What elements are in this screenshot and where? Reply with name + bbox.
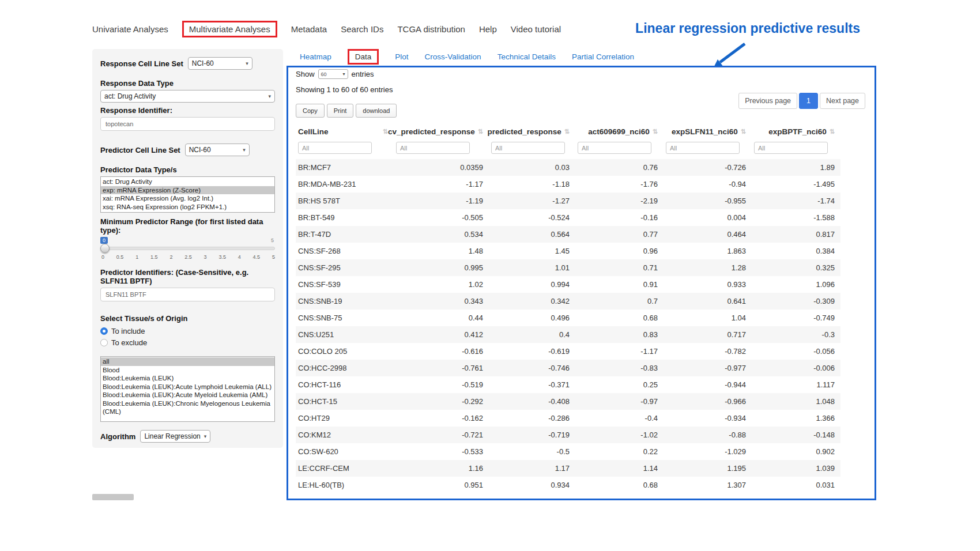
listbox-option[interactable]: Blood:Leukemia (LEUK):Chronic Myelogenou… bbox=[101, 399, 274, 416]
filter-input-expbptf-nci60[interactable] bbox=[754, 142, 828, 154]
entries-count-select[interactable]: 60 ▾ bbox=[318, 69, 348, 79]
filter-input-expslfn11-nci60[interactable] bbox=[666, 142, 740, 154]
filter-input-act609699-nci60[interactable] bbox=[578, 142, 651, 154]
table-row: LE:HL-60(TB)0.9510.9340.681.3070.031 bbox=[296, 477, 840, 493]
column-header-cv-predicted-response[interactable]: cv_predicted_response⇅ bbox=[394, 122, 489, 141]
radio-to-exclude[interactable]: To exclude bbox=[100, 337, 275, 348]
page-1-button[interactable]: 1 bbox=[799, 93, 818, 109]
tab-cross-validation[interactable]: Cross-Validation bbox=[425, 52, 481, 61]
value-cell: 0.68 bbox=[575, 477, 664, 493]
table-row: BR:T-47D0.5340.5640.770.4640.817 bbox=[296, 226, 840, 243]
sort-icon[interactable]: ⇅ bbox=[653, 128, 658, 135]
column-header-expbptf-nci60[interactable]: expBPTF_nci60⇅ bbox=[752, 122, 840, 141]
value-cell: -0.719 bbox=[489, 427, 575, 443]
predictor-cell-line-set-select[interactable]: NCI-60 ▾ bbox=[185, 144, 250, 156]
response-cell-line-set-select[interactable]: NCI-60 ▾ bbox=[188, 57, 252, 70]
value-cell: 0.77 bbox=[575, 226, 664, 243]
value-cell: 0.76 bbox=[575, 159, 664, 176]
slider-tick-label: 1 bbox=[135, 254, 138, 260]
previous-page-button[interactable]: Previous page bbox=[738, 93, 797, 109]
listbox-option[interactable]: xai: mRNA Expression (Avg. log2 Int.) bbox=[101, 194, 274, 203]
min-predictor-range-slider[interactable]: 0 5 00.511.522.533.544.55 bbox=[100, 237, 275, 263]
sort-icon[interactable]: ⇅ bbox=[383, 128, 388, 135]
value-cell: -1.74 bbox=[752, 193, 840, 209]
predictor-identifiers-input[interactable] bbox=[100, 288, 275, 301]
nav-item-metadata[interactable]: Metadata bbox=[291, 24, 327, 34]
value-cell: -0.3 bbox=[752, 326, 840, 343]
radio-to-include[interactable]: To include bbox=[100, 325, 275, 337]
response-cell-line-set-row: Response Cell Line Set NCI-60 ▾ bbox=[100, 57, 275, 70]
column-header-label: CellLine bbox=[298, 127, 329, 136]
nav-item-search-ids[interactable]: Search IDs bbox=[341, 24, 383, 34]
predictor-data-type-listbox[interactable]: act: Drug Activityexp: mRNA Expression (… bbox=[100, 176, 275, 213]
sort-icon[interactable]: ⇅ bbox=[478, 128, 483, 135]
listbox-option[interactable]: act: Drug Activity bbox=[101, 178, 274, 186]
value-cell: 0.83 bbox=[575, 326, 664, 343]
table-head: CellLine⇅cv_predicted_response⇅predicted… bbox=[296, 122, 840, 159]
algorithm-select[interactable]: Linear Regression ▾ bbox=[140, 430, 210, 443]
table-row: CO:HT29-0.162-0.286-0.4-0.9341.366 bbox=[296, 410, 840, 427]
slider-track[interactable] bbox=[100, 247, 275, 250]
radio-to-exclude-label: To exclude bbox=[111, 338, 147, 347]
response-data-type-select[interactable]: act: Drug Activity ▾ bbox=[100, 90, 275, 103]
response-identifier-input[interactable] bbox=[100, 117, 275, 131]
value-cell: 1.16 bbox=[394, 460, 489, 477]
slider-handle[interactable] bbox=[100, 244, 110, 253]
listbox-option[interactable]: Blood:Leukemia (LEUK) bbox=[101, 374, 274, 383]
table-row: CNS:SF-5391.020.9940.910.9331.096 bbox=[296, 276, 840, 293]
tab-partial-correlation[interactable]: Partial Correlation bbox=[572, 52, 634, 61]
slider-tick-label: 3 bbox=[204, 254, 207, 260]
column-header-act609699-nci60[interactable]: act609699_nci60⇅ bbox=[575, 122, 664, 141]
sort-icon[interactable]: ⇅ bbox=[741, 128, 746, 135]
copy-button[interactable]: Copy bbox=[296, 104, 325, 118]
sidebar: Response Cell Line Set NCI-60 ▾ Response… bbox=[92, 49, 283, 448]
value-cell: -1.19 bbox=[394, 193, 489, 209]
value-cell: 0.22 bbox=[575, 443, 664, 460]
sort-icon[interactable]: ⇅ bbox=[564, 128, 570, 135]
slider-tick-label: 4.5 bbox=[253, 254, 261, 260]
table-row: BR:MDA-MB-231-1.17-1.18-1.76-0.94-1.495 bbox=[296, 176, 840, 193]
tab-data[interactable]: Data bbox=[348, 49, 379, 65]
value-cell: 0.933 bbox=[664, 276, 752, 293]
sort-icon[interactable]: ⇅ bbox=[830, 128, 835, 135]
chevron-down-icon: ▾ bbox=[268, 93, 271, 99]
nav-item-video-tutorial[interactable]: Video tutorial bbox=[511, 24, 561, 34]
value-cell: 1.039 bbox=[752, 460, 840, 477]
next-page-button[interactable]: Next page bbox=[820, 93, 865, 109]
filter-input-cv-predicted-response[interactable] bbox=[396, 142, 470, 154]
value-cell: -0.148 bbox=[752, 427, 840, 443]
listbox-option[interactable]: all bbox=[101, 357, 274, 366]
nav-item-tcga-distribution[interactable]: TCGA distribution bbox=[397, 24, 465, 34]
listbox-option[interactable]: Blood bbox=[101, 366, 274, 375]
value-cell: -0.726 bbox=[664, 159, 752, 176]
value-cell: -0.533 bbox=[394, 443, 489, 460]
value-cell: 0.641 bbox=[664, 293, 752, 310]
column-header-expslfn11-nci60[interactable]: expSLFN11_nci60⇅ bbox=[664, 122, 752, 141]
nav-item-univariate-analyses[interactable]: Univariate Analyses bbox=[92, 24, 168, 34]
show-entries-row: Show 60 ▾ entries bbox=[296, 69, 867, 79]
tab-heatmap[interactable]: Heatmap bbox=[300, 52, 331, 61]
nav-item-help[interactable]: Help bbox=[479, 24, 497, 34]
listbox-option[interactable]: Blood:Leukemia (LEUK):Acute Lymphoid Leu… bbox=[101, 383, 274, 391]
algorithm-row: Algorithm Linear Regression ▾ bbox=[100, 430, 275, 443]
predictor-data-type-label: Predictor Data Type/s bbox=[100, 165, 275, 174]
tab-plot[interactable]: Plot bbox=[395, 52, 408, 61]
filter-input-cellline[interactable] bbox=[298, 142, 372, 154]
tab-technical-details[interactable]: Technical Details bbox=[497, 52, 556, 61]
filter-input-predicted-response[interactable] bbox=[491, 142, 565, 154]
nav-item-multivariate-analyses[interactable]: Multivariate Analyses bbox=[182, 21, 277, 37]
table-row: BR:HS 578T-1.19-1.27-2.19-0.955-1.74 bbox=[296, 193, 840, 209]
value-cell: -0.056 bbox=[752, 343, 840, 360]
chevron-down-icon: ▾ bbox=[243, 147, 246, 153]
value-cell: -2.19 bbox=[575, 193, 664, 209]
print-button[interactable]: Print bbox=[327, 104, 354, 118]
cell-line-cell: BR:BT-549 bbox=[296, 209, 394, 226]
listbox-option[interactable]: xsq: RNA-seq Expression (log2 FPKM+1.) bbox=[101, 203, 274, 212]
column-header-predicted-response[interactable]: predicted_response⇅ bbox=[489, 122, 575, 141]
tissue-listbox[interactable]: allBloodBlood:Leukemia (LEUK)Blood:Leuke… bbox=[100, 356, 275, 422]
slider-tick-label: 4 bbox=[238, 254, 241, 260]
listbox-option[interactable]: Blood:Leukemia (LEUK):Acute Myeloid Leuk… bbox=[101, 391, 274, 399]
download-button[interactable]: download bbox=[356, 104, 397, 118]
column-header-cellline[interactable]: CellLine⇅ bbox=[296, 122, 394, 141]
listbox-option[interactable]: exp: mRNA Expression (Z-Score) bbox=[101, 186, 274, 195]
